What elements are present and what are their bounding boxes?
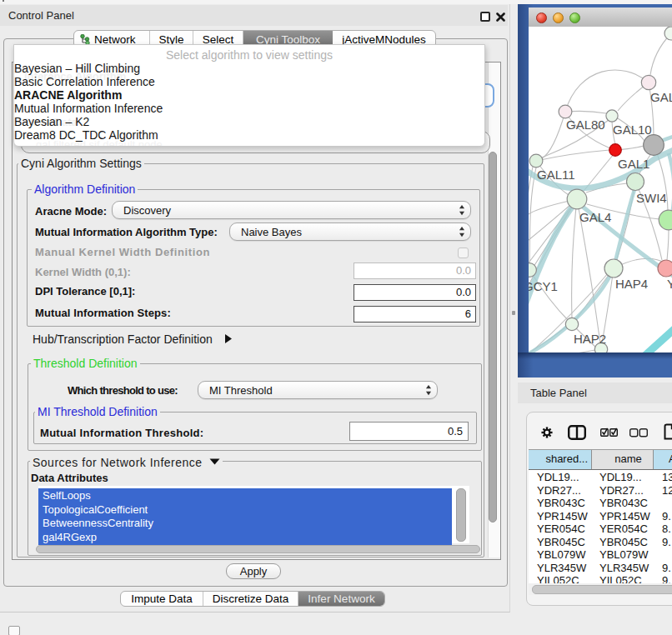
svg-text:HAP2: HAP2 (574, 332, 606, 346)
svg-text:GAL80: GAL80 (566, 118, 605, 132)
svg-text:GCY1: GCY1 (529, 279, 558, 293)
svg-text:HAP4: HAP4 (615, 277, 648, 291)
svg-text:SWI4: SWI4 (636, 191, 667, 205)
svg-text:GAL4: GAL4 (579, 210, 611, 224)
svg-text:GAL7: GAL7 (650, 90, 672, 104)
svg-text:GAL11: GAL11 (537, 168, 575, 182)
svg-text:YM: YM (667, 277, 672, 291)
svg-text:GAL10: GAL10 (613, 122, 652, 137)
svg-text:GAL1: GAL1 (618, 157, 649, 171)
